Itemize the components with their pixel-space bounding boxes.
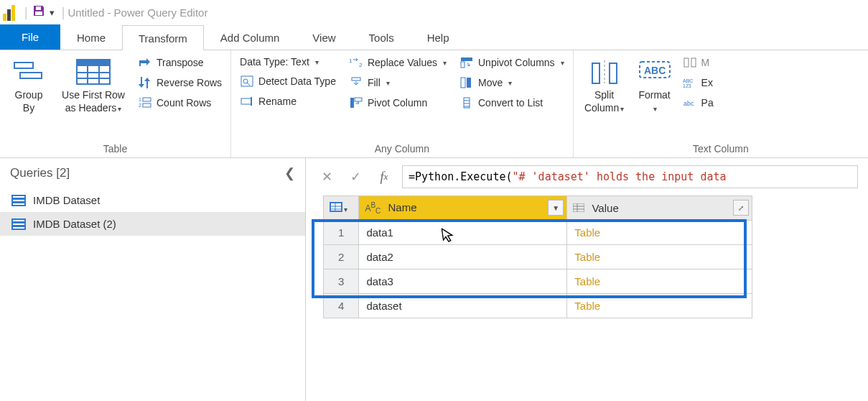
tab-tools[interactable]: Tools (353, 24, 411, 50)
formula-bar: ✕ ✓ fx = Python.Execute("# 'dataset' hol… (306, 158, 868, 195)
data-type-button[interactable]: Data Type: Text▾ (240, 56, 336, 68)
svg-rect-27 (461, 57, 472, 61)
formula-text-call: Python.Execute( (415, 170, 512, 183)
reverse-rows-icon (138, 76, 152, 89)
parse-icon: abc (683, 96, 697, 109)
cell-name[interactable]: data2 (359, 245, 567, 269)
svg-rect-4 (35, 11, 42, 15)
rename-button[interactable]: Rename (240, 95, 336, 108)
column-header-value[interactable]: Value ⤢ (567, 196, 752, 221)
split-column-icon (587, 57, 622, 86)
group-by-icon (11, 57, 46, 86)
ribbon-group-text-column-label: Text Column (579, 140, 862, 156)
convert-to-list-icon (459, 96, 474, 109)
tab-file[interactable]: File (0, 24, 60, 50)
cell-value[interactable]: Table (567, 221, 752, 245)
ribbon-group-table: Group By Use First Row as Headers▾ (0, 50, 231, 157)
text-type-icon: ABC (365, 203, 381, 213)
parse-label: Pa (701, 97, 714, 109)
tab-transform[interactable]: Transform (122, 25, 204, 50)
svg-text:2: 2 (139, 103, 141, 108)
app-logo-icon (3, 4, 17, 21)
accept-formula-icon[interactable]: ✓ (345, 167, 366, 186)
replace-values-button[interactable]: 12 Replace Values▾ (349, 56, 447, 69)
reverse-rows-button[interactable]: Reverse Rows (138, 76, 222, 89)
cell-name[interactable]: data1 (359, 221, 567, 245)
unpivot-columns-button[interactable]: Unpivot Columns▾ (459, 56, 564, 69)
data-grid[interactable]: ▾ ABC Name ▼ Value ⤢ (323, 195, 752, 318)
svg-rect-16 (143, 103, 151, 107)
pivot-column-button[interactable]: Pivot Column (349, 96, 447, 109)
move-icon (459, 76, 474, 89)
table-row[interactable]: 2 data2 Table (324, 245, 752, 269)
tab-view[interactable]: View (296, 24, 352, 50)
tab-help[interactable]: Help (411, 24, 466, 50)
ribbon-group-any-column: Data Type: Text▾ Detect Data Type Rename… (231, 50, 574, 157)
svg-rect-0 (3, 14, 6, 21)
table-row[interactable]: 4 dataset Table (324, 294, 752, 318)
fx-icon[interactable]: fx (373, 167, 395, 186)
use-first-row-headers-button[interactable]: Use First Row as Headers▾ (52, 55, 135, 117)
parse-button[interactable]: abc Pa (683, 96, 714, 109)
detect-data-type-label: Detect Data Type (258, 75, 336, 87)
use-first-row-headers-label: Use First Row as Headers▾ (62, 89, 125, 114)
svg-rect-35 (592, 63, 599, 83)
svg-rect-1 (7, 9, 11, 21)
cell-value[interactable]: Table (567, 294, 752, 318)
svg-rect-41 (691, 58, 696, 67)
unpivot-columns-label: Unpivot Columns (478, 57, 555, 68)
column-header-name[interactable]: ABC Name ▼ (359, 196, 567, 221)
split-column-button[interactable]: Split Column▾ (579, 55, 630, 117)
svg-rect-26 (355, 98, 362, 101)
svg-rect-28 (461, 62, 465, 68)
count-rows-icon: 12 (138, 96, 152, 109)
table-row[interactable]: 1 data1 Table (324, 221, 752, 245)
convert-to-list-button[interactable]: Convert to List (459, 96, 564, 109)
formula-input[interactable]: = Python.Execute("# 'dataset' holds the … (402, 165, 858, 188)
format-button[interactable]: ABC Format▾ (630, 55, 680, 117)
extract-label: Ex (701, 77, 713, 88)
cell-value[interactable]: Table (567, 269, 752, 294)
svg-rect-5 (14, 63, 33, 68)
detect-data-type-button[interactable]: Detect Data Type (240, 75, 336, 88)
format-label: Format▾ (638, 89, 670, 114)
query-item-imdb-dataset[interactable]: IMDB Dataset (0, 188, 305, 212)
content-area: Queries [2] ❮ IMDB Dataset IMDB Dataset … (0, 158, 868, 401)
extract-button[interactable]: ABC123 Ex (683, 76, 714, 89)
table-icon (11, 218, 26, 230)
move-button[interactable]: Move▾ (459, 76, 564, 89)
group-by-button[interactable]: Group By (6, 55, 52, 117)
column-filter-dropdown-icon[interactable]: ▼ (548, 200, 564, 216)
rename-label: Rename (258, 96, 297, 107)
cell-value[interactable]: Table (567, 245, 752, 269)
svg-rect-29 (461, 78, 465, 88)
svg-rect-24 (352, 78, 360, 80)
tab-home[interactable]: Home (60, 24, 122, 50)
table-row[interactable]: 3 data3 Table (324, 269, 752, 294)
qat-dropdown-icon[interactable]: ▾ (50, 7, 55, 18)
svg-rect-30 (467, 78, 471, 88)
cell-name[interactable]: dataset (359, 294, 567, 318)
collapse-queries-icon[interactable]: ❮ (284, 165, 295, 181)
svg-rect-25 (350, 98, 354, 108)
table-corner-button[interactable]: ▾ (324, 196, 359, 221)
column-header-label: Name (388, 201, 416, 213)
count-rows-button[interactable]: 12 Count Rows (138, 96, 222, 109)
column-expand-icon[interactable]: ⤢ (733, 200, 749, 216)
format-icon: ABC (638, 57, 672, 86)
query-item-label: IMDB Dataset (33, 194, 100, 206)
fill-button[interactable]: Fill▾ (349, 76, 447, 89)
svg-rect-8 (77, 60, 110, 66)
cancel-formula-icon[interactable]: ✕ (316, 167, 337, 186)
cell-name[interactable]: data3 (359, 269, 567, 294)
svg-text:ABC: ABC (644, 65, 666, 76)
transpose-button[interactable]: Transpose (138, 56, 222, 69)
pivot-column-icon (349, 96, 363, 109)
svg-rect-6 (20, 73, 42, 78)
unpivot-columns-icon (459, 56, 474, 69)
merge-columns-button[interactable]: M (683, 56, 714, 69)
svg-text:2: 2 (359, 62, 363, 68)
save-icon[interactable] (32, 4, 45, 21)
tab-add-column[interactable]: Add Column (204, 24, 297, 50)
query-item-imdb-dataset-2[interactable]: IMDB Dataset (2) (0, 212, 305, 236)
